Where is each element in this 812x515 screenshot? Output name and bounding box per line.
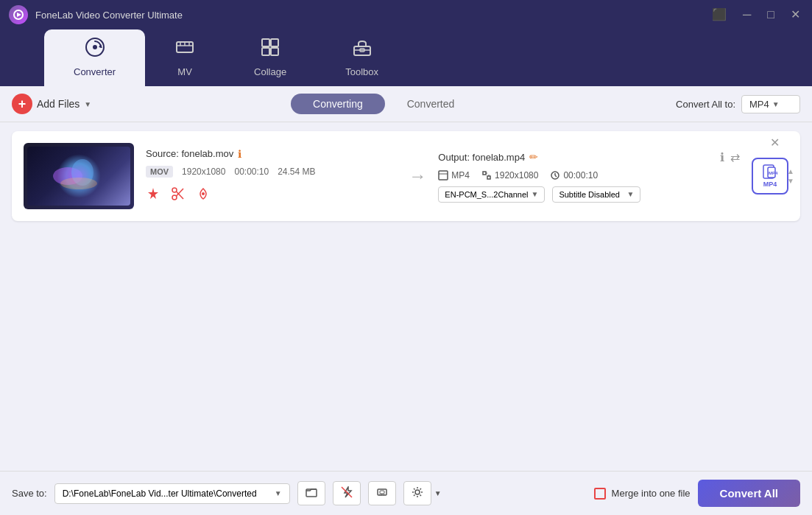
- svg-rect-25: [439, 171, 448, 180]
- svg-text:MP4: MP4: [769, 171, 778, 175]
- svg-point-4: [93, 45, 97, 49]
- card-scroll-down-button[interactable]: ▼: [787, 177, 794, 185]
- card-scroll-up-button[interactable]: ▲: [787, 167, 794, 175]
- svg-rect-28: [487, 176, 490, 179]
- save-to-label: Save to:: [12, 488, 47, 499]
- svg-rect-14: [354, 46, 370, 55]
- output-icons: ℹ ⇄: [720, 150, 740, 164]
- svg-marker-3: [99, 44, 102, 48]
- svg-text:OFF: OFF: [379, 493, 386, 497]
- output-label: Output: fonelab.mp4: [438, 152, 525, 163]
- subtitle-value: Subtitle Disabled: [559, 190, 620, 199]
- file-format-badge: MOV: [146, 166, 173, 178]
- effects-icon[interactable]: [196, 186, 211, 205]
- svg-rect-12: [262, 48, 269, 55]
- toolbar-tabs: Converting Converted: [100, 94, 667, 114]
- svg-line-33: [555, 175, 557, 177]
- settings-button[interactable]: [403, 481, 431, 505]
- card-scroll-arrows: ▲ ▼: [787, 167, 794, 185]
- output-format: MP4: [451, 170, 470, 181]
- app-title: FoneLab Video Converter Ultimate: [35, 10, 709, 21]
- file-resolution: 1920x1080: [182, 167, 225, 177]
- file-size: 24.54 MB: [278, 167, 315, 177]
- save-path-arrow-icon: ▼: [275, 489, 282, 497]
- add-files-label: Add Files: [37, 98, 80, 110]
- file-source: Source: fonelab.mov ℹ: [146, 148, 397, 160]
- convert-all-to-label: Convert All to:: [676, 99, 735, 110]
- window-controls: ⬛ ─ □ ✕: [709, 7, 803, 22]
- file-duration: 00:00:10: [234, 167, 269, 177]
- captions-button[interactable]: ⬛: [709, 7, 730, 22]
- toolbar: + Add Files ▼ Converting Converted Conve…: [0, 86, 812, 122]
- tab-mv-label: MV: [177, 66, 192, 77]
- flash-off-button[interactable]: [333, 481, 361, 505]
- file-output-header: Output: fonelab.mp4 ✏ ℹ ⇄: [438, 150, 740, 164]
- converter-icon: [85, 37, 105, 62]
- minimize-button[interactable]: ─: [740, 7, 754, 22]
- output-info-icon[interactable]: ℹ: [720, 150, 724, 164]
- subtitle-dropdown[interactable]: Subtitle Disabled ▼: [552, 186, 640, 203]
- tab-toolbox[interactable]: Toolbox: [316, 29, 408, 86]
- cut-icon[interactable]: [171, 186, 186, 205]
- svg-point-20: [172, 195, 177, 200]
- tab-mv[interactable]: MV: [145, 29, 225, 86]
- title-bar: FoneLab Video Converter Ultimate ⬛ ─ □ ✕: [0, 0, 812, 29]
- output-resolution: 1920x1080: [495, 170, 538, 181]
- merge-checkbox[interactable]: [594, 488, 606, 500]
- maximize-button[interactable]: □: [764, 7, 777, 22]
- save-path-dropdown[interactable]: D:\FoneLab\FoneLab Vid...ter Ultimate\Co…: [54, 483, 290, 504]
- output-settings-icon[interactable]: ⇄: [730, 150, 740, 164]
- close-card-button[interactable]: ✕: [770, 136, 780, 150]
- convert-all-to-section: Convert All to: MP4 ▼: [676, 95, 800, 113]
- tab-toolbox-label: Toolbox: [345, 66, 378, 77]
- format-badge[interactable]: MP4 MP4: [752, 158, 788, 195]
- browse-folder-button[interactable]: [297, 481, 325, 505]
- output-dropdowns: EN-PCM_S...2Channel ▼ Subtitle Disabled …: [438, 186, 740, 203]
- tab-converter-label: Converter: [74, 66, 116, 77]
- subtitle-dropdown-arrow-icon: ▼: [626, 190, 634, 198]
- file-meta: MOV 1920x1080 00:00:10 24.54 MB: [146, 166, 397, 178]
- format-dropdown[interactable]: MP4 ▼: [741, 95, 800, 113]
- audio-track-dropdown[interactable]: EN-PCM_S...2Channel ▼: [438, 186, 545, 203]
- thumbnail-image: [27, 147, 130, 206]
- svg-rect-10: [262, 39, 269, 46]
- convert-all-button[interactable]: Convert All: [698, 480, 800, 507]
- audio-dropdown-arrow-icon: ▼: [531, 190, 538, 198]
- output-duration: 00:00:10: [563, 170, 598, 181]
- add-files-button[interactable]: + Add Files ▼: [12, 94, 91, 114]
- file-thumbnail: [24, 143, 134, 209]
- output-meta: MP4 1920x1080 00:00:10: [438, 170, 740, 181]
- enhance-icon[interactable]: [146, 186, 160, 205]
- svg-rect-13: [271, 48, 278, 55]
- tab-converter[interactable]: Converter: [44, 29, 145, 86]
- output-resolution-item: 1920x1080: [481, 170, 538, 181]
- format-dropdown-arrow-icon: ▼: [772, 100, 780, 108]
- source-label: Source: fonelab.mov: [146, 148, 233, 159]
- tab-converted[interactable]: Converted: [385, 94, 477, 114]
- main-content: Source: fonelab.mov ℹ MOV 1920x1080 00:0…: [0, 122, 812, 471]
- file-actions: [146, 186, 397, 205]
- output-edit-icon[interactable]: ✏: [529, 151, 538, 163]
- toolbox-icon: [352, 37, 373, 62]
- svg-rect-11: [271, 39, 278, 46]
- format-value: MP4: [749, 99, 769, 110]
- save-path-value: D:\FoneLab\FoneLab Vid...ter Ultimate\Co…: [63, 488, 257, 499]
- settings-arrow-icon[interactable]: ▼: [434, 489, 442, 497]
- hardware-acceleration-button[interactable]: OFF: [368, 481, 396, 505]
- tab-converting[interactable]: Converting: [291, 94, 385, 114]
- source-info-icon[interactable]: ℹ: [238, 148, 241, 160]
- svg-point-42: [415, 490, 420, 494]
- merge-check: Merge into one file: [594, 488, 691, 500]
- close-button[interactable]: ✕: [788, 7, 803, 22]
- output-format-item: MP4: [438, 170, 470, 181]
- svg-point-19: [60, 178, 97, 189]
- collage-icon: [260, 37, 280, 62]
- output-duration-item: 00:00:10: [550, 170, 598, 181]
- arrow-divider: →: [409, 166, 426, 186]
- tab-collage[interactable]: Collage: [225, 29, 316, 86]
- file-output: Output: fonelab.mp4 ✏ ℹ ⇄ MP4 1920x1080: [438, 150, 740, 203]
- footer: Save to: D:\FoneLab\FoneLab Vid...ter Ul…: [0, 471, 812, 515]
- add-files-plus-icon: +: [12, 94, 32, 114]
- svg-point-21: [172, 188, 177, 192]
- svg-rect-27: [483, 172, 486, 175]
